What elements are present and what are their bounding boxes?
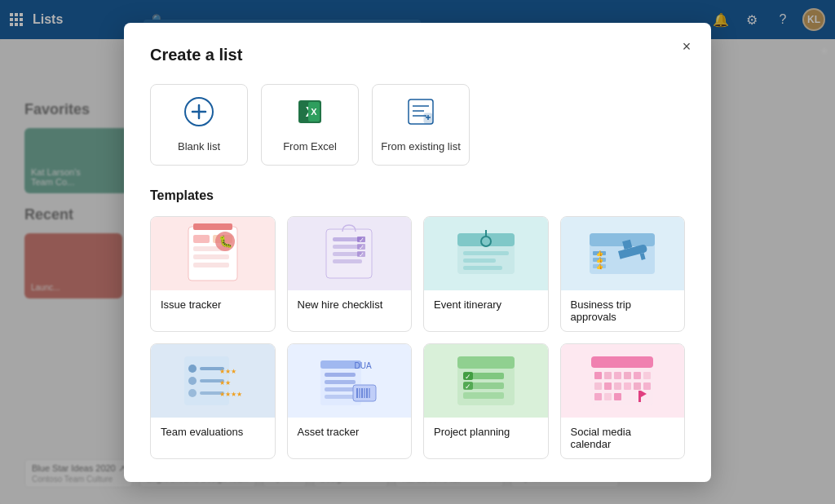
business-trip-label: Business trip approvals [561,290,685,331]
svg-rect-49 [463,266,502,270]
svg-rect-98 [643,372,651,379]
svg-text:✓: ✓ [359,237,364,244]
svg-rect-103 [634,382,641,390]
svg-rect-51 [590,233,655,246]
create-list-modal: Create a list × Blank list [124,23,711,482]
svg-rect-106 [604,393,612,400]
svg-text:👍: 👍 [596,250,603,257]
modal-title: Create a list [150,46,685,64]
svg-rect-96 [624,372,631,379]
svg-rect-24 [193,223,232,230]
svg-text:★★★★: ★★★★ [219,391,242,398]
templates-section-title: Templates [150,188,685,203]
svg-rect-105 [594,393,602,400]
project-planning-label: Project planning [424,418,548,446]
svg-rect-61 [188,377,197,385]
plus-icon [184,97,214,132]
svg-rect-83 [457,356,515,369]
asset-tracker-label: Asset tracker [288,418,412,446]
team-eval-label: Team evaluations [151,418,275,446]
template-asset-tracker[interactable]: DUA Asset tracker [287,343,413,459]
from-existing-option[interactable]: From existing list [372,84,470,166]
svg-text:🐛: 🐛 [218,235,232,249]
svg-rect-108 [638,391,641,402]
template-event-itinerary[interactable]: Event itinerary [423,216,549,332]
hire-checklist-thumb: ✓ ✓ ✓ [288,217,412,290]
itinerary-label: Event itinerary [424,290,548,319]
svg-text:✓: ✓ [465,373,471,381]
issue-tracker-thumb: 🐛 [151,217,275,290]
template-project-planning[interactable]: ✓ ✓ Project planning [423,343,549,459]
template-social-media[interactable]: Social media calendar [560,343,686,459]
from-excel-label: From Excel [283,140,337,153]
svg-text:★★★: ★★★ [219,368,236,375]
template-team-evaluations[interactable]: ★★★ ★★ ★★★★ Team evaluations [150,343,276,459]
svg-rect-102 [624,382,631,390]
svg-text:✓: ✓ [359,251,364,259]
svg-text:DUA: DUA [355,361,372,370]
svg-rect-73 [325,395,356,399]
template-new-hire-checklist[interactable]: ✓ ✓ ✓ New hire checklist [287,216,413,332]
svg-rect-72 [325,387,356,391]
svg-rect-29 [193,263,229,267]
blank-list-option[interactable]: Blank list [150,84,248,166]
svg-rect-93 [594,372,602,379]
from-existing-label: From existing list [381,140,461,153]
template-issue-tracker[interactable]: 🐛 Issue tracker [150,216,276,332]
asset-tracker-thumb: DUA [288,344,412,418]
svg-rect-101 [614,382,621,390]
svg-text:✓: ✓ [359,244,364,251]
template-business-trip[interactable]: 👍 👍 👍 Business trip approvals [560,216,686,332]
svg-rect-86 [463,392,504,399]
svg-rect-94 [604,372,612,379]
svg-rect-97 [634,372,641,379]
modal-overlay: Create a list × Blank list [0,0,835,504]
existing-list-icon [406,97,435,132]
svg-rect-25 [193,235,210,243]
business-trip-thumb: 👍 👍 👍 [561,217,685,290]
svg-rect-70 [325,373,356,377]
option-cards: Blank list X X From Excel [150,84,685,166]
svg-text:👍: 👍 [596,256,603,263]
svg-rect-48 [463,259,496,263]
svg-text:✓: ✓ [465,382,471,391]
svg-text:X: X [311,107,317,117]
team-eval-thumb: ★★★ ★★ ★★★★ [151,344,275,418]
blank-list-label: Blank list [178,140,220,153]
social-media-thumb [561,344,685,418]
svg-rect-36 [333,259,362,263]
svg-rect-100 [604,382,612,390]
project-planning-thumb: ✓ ✓ [424,344,548,418]
svg-rect-107 [614,393,621,400]
svg-rect-28 [193,254,229,259]
excel-icon: X X [295,97,325,132]
itinerary-thumb [424,217,548,290]
svg-rect-47 [463,251,509,255]
modal-close-button[interactable]: × [675,36,698,59]
hire-checklist-label: New hire checklist [288,290,412,319]
svg-rect-95 [614,372,621,379]
svg-rect-104 [643,382,651,390]
svg-rect-92 [591,356,653,368]
from-excel-option[interactable]: X X From Excel [261,84,359,166]
svg-text:👍: 👍 [596,263,603,270]
social-media-label: Social media calendar [561,418,685,458]
svg-rect-63 [188,389,197,397]
issue-tracker-label: Issue tracker [151,290,275,319]
svg-text:★★: ★★ [219,379,231,387]
svg-rect-99 [594,382,602,390]
svg-rect-71 [325,380,356,384]
svg-rect-59 [188,365,197,373]
template-grid: 🐛 Issue tracker ✓ [150,216,685,459]
